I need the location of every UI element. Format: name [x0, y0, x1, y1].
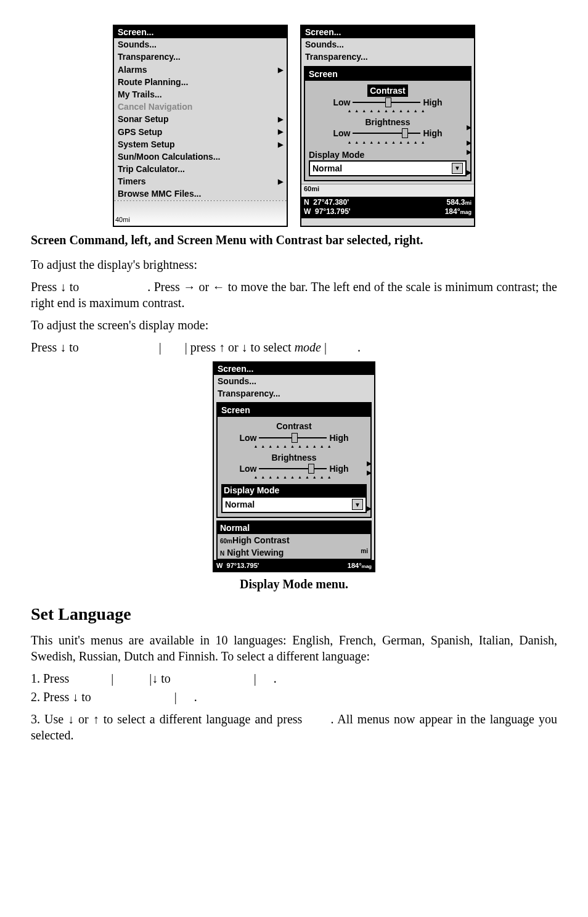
- caption-top: Screen Command, left, and Screen Menu wi…: [31, 232, 557, 248]
- option-night-viewing[interactable]: N Night Viewing mi: [218, 546, 370, 559]
- brightness-slider[interactable]: [353, 133, 420, 134]
- screenshot-center: Screen... Sounds... Transparency... Scre…: [31, 361, 557, 573]
- chevron-right-icon: ▶: [467, 147, 472, 156]
- menu-item-screen[interactable]: Screen...: [114, 26, 287, 38]
- slider-thumb[interactable]: [308, 464, 314, 474]
- brightness-slider-group: Brightness Low High ▲▲▲▲▲▲▲▲▲▲▲: [221, 452, 367, 479]
- menu-item-alarms[interactable]: Alarms▶: [114, 64, 287, 76]
- brightness-label: Brightness: [365, 117, 410, 128]
- chevron-right-icon: ▶: [278, 177, 283, 186]
- chevron-right-icon: ▶: [278, 115, 283, 123]
- step-2: 2. Press ↓ to | .: [31, 689, 557, 705]
- display-mode-dropdown[interactable]: Normal ▼: [221, 496, 367, 512]
- menu-item-system-setup[interactable]: System Setup▶: [114, 138, 287, 150]
- slider-low-label: Low: [239, 432, 256, 443]
- screenshots-row-top: Screen... Sounds... Transparency... Alar…: [31, 25, 557, 227]
- contrast-slider[interactable]: [353, 102, 420, 103]
- status-n: N: [304, 198, 309, 207]
- status-lon: 97°13.795': [315, 207, 351, 216]
- menu-item-trip-calculator[interactable]: Trip Calculator...: [114, 163, 287, 175]
- menu-item-cancel-navigation: Cancel Navigation: [114, 101, 287, 113]
- panel-title: Screen: [218, 403, 370, 417]
- panel-title: Screen: [305, 67, 470, 81]
- menu-item-timers[interactable]: Timers▶: [114, 175, 287, 187]
- slider-ticks: ▲▲▲▲▲▲▲▲▲▲▲: [309, 141, 467, 144]
- menu-item-route-planning[interactable]: Route Planning...: [114, 76, 287, 88]
- status-brg-unit: mag: [460, 209, 472, 215]
- para-languages: This unit's menus are available in 10 la…: [31, 632, 557, 664]
- chevron-down-icon[interactable]: ▼: [452, 163, 463, 174]
- menu-item-transparency[interactable]: Transparency...: [301, 51, 474, 63]
- dropdown-value: Normal: [312, 163, 342, 174]
- chevron-right-icon: ▶: [467, 68, 472, 77]
- menu-item-gps-setup[interactable]: GPS Setup▶: [114, 126, 287, 138]
- status-brg: 184°: [348, 562, 362, 569]
- chevron-right-icon: ▶: [467, 138, 472, 147]
- screen-settings-panel: Screen ▶ Contrast Low High ▲▲▲▲▲▲▲▲▲▲▲ ▶…: [304, 66, 472, 181]
- chevron-down-icon[interactable]: ▼: [352, 499, 363, 510]
- menu-item-sounds[interactable]: Sounds...: [114, 38, 287, 51]
- option-normal[interactable]: Normal: [218, 522, 370, 534]
- device-screen-display-mode: Screen... Sounds... Transparency... Scre…: [213, 361, 375, 573]
- display-mode-label: Display Mode: [221, 484, 367, 496]
- menu-item-transparency[interactable]: Transparency...: [114, 51, 287, 63]
- chevron-right-icon: ▶: [278, 140, 283, 149]
- status-w: W: [304, 207, 311, 216]
- menu-item-sun-moon[interactable]: Sun/Moon Calculations...: [114, 150, 287, 163]
- chevron-right-icon: ▶: [278, 127, 283, 136]
- para-adjust-mode: To adjust the screen's display mode:: [31, 317, 557, 333]
- menu-item-my-trails[interactable]: My Trails...: [114, 88, 287, 101]
- map-scale: 60mi: [304, 185, 319, 192]
- status-dist: 584.3: [446, 198, 465, 207]
- map-strip: 60mi: [301, 184, 474, 197]
- device-screen-contrast: Screen... Sounds... Transparency... Scre…: [300, 25, 475, 227]
- chevron-right-icon: ▶: [367, 468, 372, 477]
- slider-low-label: Low: [333, 97, 350, 108]
- contrast-label: Contrast: [276, 421, 312, 432]
- para-press-mode: Press ↓ to | | press ↑ or ↓ to select mo…: [31, 339, 557, 355]
- brightness-label: Brightness: [271, 452, 316, 463]
- slider-thumb[interactable]: [385, 97, 391, 107]
- slider-thumb[interactable]: [292, 433, 298, 443]
- slider-high-label: High: [423, 128, 442, 139]
- status-brg-unit: mag: [362, 564, 372, 569]
- contrast-slider-group: Contrast Low High ▲▲▲▲▲▲▲▲▲▲▲: [221, 421, 367, 448]
- menu-item-screen[interactable]: Screen...: [301, 26, 474, 38]
- para-adjust-brightness: To adjust the display's brightness:: [31, 257, 557, 273]
- slider-high-label: High: [329, 432, 348, 443]
- contrast-label: Contrast: [367, 84, 408, 97]
- dropdown-options-list: Normal 60mHigh Contrast N Night Viewing …: [216, 520, 372, 561]
- status-lat: 27°47.380': [313, 198, 349, 207]
- status-lon: 97°13.795': [227, 562, 259, 569]
- slider-thumb[interactable]: [402, 128, 408, 138]
- slider-ticks: ▲▲▲▲▲▲▲▲▲▲▲: [221, 475, 367, 479]
- menu-item-sonar-setup[interactable]: Sonar Setup▶: [114, 113, 287, 125]
- chevron-right-icon: ▶: [467, 168, 472, 176]
- dropdown-value: Normal: [225, 499, 255, 510]
- menu-item-sounds[interactable]: Sounds...: [301, 38, 474, 51]
- slider-high-label: High: [423, 97, 442, 108]
- sonar-display: 40mi: [114, 200, 287, 226]
- step-3: 3. Use ↓ or ↑ to select a different lang…: [31, 711, 557, 743]
- menu-list: Screen... Sounds... Transparency... Alar…: [114, 26, 287, 200]
- map-scale: 40mi: [115, 215, 130, 224]
- slider-high-label: High: [329, 463, 348, 474]
- menu-item-screen[interactable]: Screen...: [214, 363, 374, 375]
- device-screen-menu: Screen... Sounds... Transparency... Alar…: [113, 25, 288, 227]
- display-mode-dropdown[interactable]: Normal ▼: [309, 160, 467, 176]
- brightness-slider[interactable]: [259, 468, 327, 469]
- contrast-slider[interactable]: [259, 437, 327, 438]
- slider-low-label: Low: [333, 128, 350, 139]
- brightness-slider-group: Brightness Low High ▲▲▲▲▲▲▲▲▲▲▲: [309, 117, 467, 144]
- menu-item-browse-mmc[interactable]: Browse MMC Files...: [114, 187, 287, 200]
- slider-low-label: Low: [239, 463, 256, 474]
- screen-settings-panel: Screen ▶ Contrast Low High ▲▲▲▲▲▲▲▲▲▲▲ B…: [216, 402, 372, 517]
- para-press-down: Press ↓ to . Press → or ← to move the ba…: [31, 279, 557, 311]
- menu-item-sounds[interactable]: Sounds...: [214, 375, 374, 387]
- menu-item-transparency[interactable]: Transparency...: [214, 387, 374, 400]
- option-high-contrast[interactable]: 60mHigh Contrast: [218, 534, 370, 546]
- status-w: W: [216, 562, 223, 569]
- status-bar: W 97°13.795' 184°mag: [214, 560, 374, 571]
- chevron-right-icon: ▶: [467, 123, 472, 131]
- contrast-slider-group: Contrast Low High ▲▲▲▲▲▲▲▲▲▲▲: [309, 84, 467, 113]
